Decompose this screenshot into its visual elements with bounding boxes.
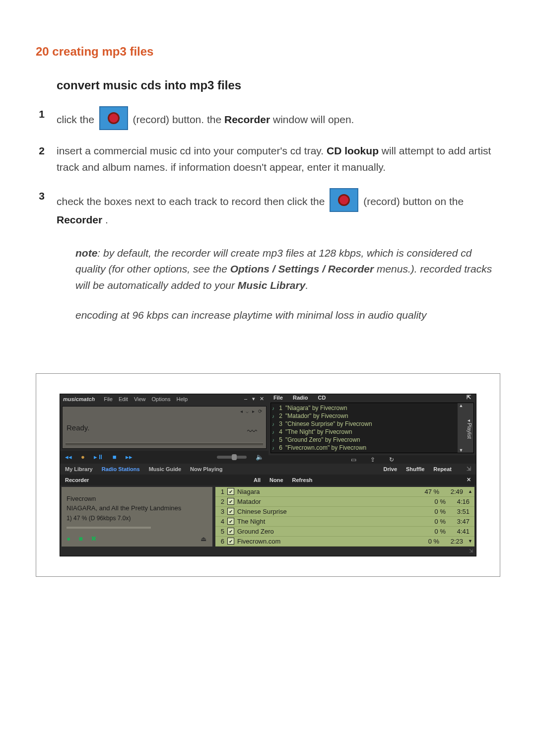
- track-pct: 0 %: [416, 508, 446, 515]
- recorder-track-row[interactable]: 1✔Niagara47 %2:49▲: [215, 487, 474, 497]
- expand-icon[interactable]: ⇱: [467, 394, 471, 401]
- select-all-button[interactable]: All: [254, 477, 261, 483]
- menu-view[interactable]: View: [134, 396, 146, 402]
- play-pause-icon[interactable]: ▸⏸: [94, 453, 104, 461]
- tab-now-playing[interactable]: Now Playing: [190, 466, 222, 472]
- track-checkbox[interactable]: ✔: [227, 488, 234, 495]
- playlist-footer: ▭ ⇪ ↻: [268, 455, 476, 463]
- track-num: 4: [217, 518, 224, 525]
- volume-slider[interactable]: [217, 456, 247, 459]
- track-num: 3: [277, 420, 282, 427]
- pl-file[interactable]: File: [273, 395, 283, 401]
- track-icon: ♪: [272, 445, 274, 451]
- text: .: [105, 214, 108, 225]
- select-none-button[interactable]: None: [269, 477, 283, 483]
- track-pct: 0 %: [416, 498, 446, 505]
- display-mini-icons[interactable]: ◂ ⌵ ▸ ⟳: [240, 409, 263, 414]
- recorder-track-row[interactable]: 3✔Chinese Surprise0 %3:51: [215, 507, 474, 517]
- seek-bar[interactable]: [66, 442, 263, 445]
- scroll-up-icon[interactable]: ▲: [459, 403, 464, 408]
- track-icon: ♪: [272, 406, 274, 411]
- tab-radio[interactable]: Radio Stations: [102, 466, 140, 472]
- track-checkbox[interactable]: ✔: [227, 528, 234, 535]
- close-icon[interactable]: ✕: [258, 396, 266, 402]
- recorder-track-row[interactable]: 6✔Fivecrown.com0 %2:23▼: [215, 537, 474, 547]
- pl-radio[interactable]: Radio: [293, 395, 308, 401]
- minimize-icon[interactable]: –: [242, 396, 250, 402]
- eject-icon[interactable]: ⏏: [201, 535, 206, 543]
- playlist-scrollbar[interactable]: ▲▼: [458, 403, 465, 453]
- drive-button[interactable]: Drive: [384, 466, 398, 472]
- track-checkbox[interactable]: ✔: [227, 508, 234, 515]
- track-name: Fivecrown.com: [237, 538, 409, 545]
- rec-stop-icon[interactable]: ■: [78, 535, 82, 543]
- track-title: "Chinese Surprise" by Fivecrown: [285, 420, 372, 427]
- note-lead: note: [75, 247, 97, 259]
- recorder-footer: ⇲: [60, 548, 476, 556]
- playlist-row[interactable]: ♪5 "Ground Zero" by Fivecrown: [272, 436, 456, 444]
- text: (record) button. the: [133, 114, 224, 125]
- playlist-row[interactable]: ♪6 "Fivecrown.com" by Fivecrown: [272, 444, 456, 452]
- recorder-track-row[interactable]: 2✔Matador0 %4:16: [215, 497, 474, 507]
- track-num: 3: [217, 508, 224, 515]
- track-checkbox[interactable]: ✔: [227, 538, 234, 545]
- svg-point-7: [339, 196, 348, 205]
- scroll-up-icon[interactable]: ▲: [468, 489, 472, 494]
- rec-cancel-icon[interactable]: ✖: [91, 535, 97, 543]
- refresh-icon[interactable]: ↻: [389, 456, 394, 463]
- save-icon[interactable]: ▭: [351, 456, 356, 463]
- shuffle-button[interactable]: Shuffle: [406, 466, 424, 472]
- track-pct: 0 %: [416, 528, 446, 535]
- track-checkbox[interactable]: ✔: [227, 518, 234, 525]
- playlist-row[interactable]: ♪4 "The Night" by Fivecrown: [272, 428, 456, 436]
- record-icon[interactable]: ●: [81, 453, 85, 461]
- recorder-track-row[interactable]: 5✔Ground Zero0 %4:41: [215, 527, 474, 537]
- stop-icon[interactable]: ■: [113, 453, 117, 461]
- playlist-row[interactable]: ♪3 "Chinese Surprise" by Fivecrown: [272, 420, 456, 428]
- track-dur: 2:23: [439, 538, 466, 545]
- recorder-tracklist: 1✔Niagara47 %2:49▲ 2✔Matador0 %4:16 3✔Ch…: [214, 485, 476, 548]
- recorder-close-icon[interactable]: ✕: [467, 477, 471, 483]
- menu-options[interactable]: Options: [152, 396, 171, 402]
- menu-help[interactable]: Help: [176, 396, 188, 402]
- step-body: insert a commercial music cd into your c…: [57, 143, 500, 175]
- recorder-track-row[interactable]: 4✔The Night0 %3:47: [215, 517, 474, 527]
- note-p2: encoding at 96 kbps can increase playtim…: [75, 307, 500, 324]
- track-name: Chinese Surprise: [237, 508, 416, 515]
- track-checkbox[interactable]: ✔: [227, 498, 234, 505]
- text: (record) button on the: [363, 196, 464, 207]
- playlist-row[interactable]: ♪1 "Niagara" by Fivecrown: [272, 404, 456, 412]
- progress-bar: [67, 527, 151, 529]
- next-icon[interactable]: ▸▸: [126, 453, 133, 461]
- scroll-down-icon[interactable]: ▼: [459, 448, 464, 453]
- speaker-icon[interactable]: 🔈: [256, 453, 264, 461]
- scroll-down-icon[interactable]: ▼: [468, 539, 472, 544]
- collapse-icon[interactable]: ◂: [467, 417, 472, 423]
- record-icon: [330, 188, 358, 212]
- resize-icon[interactable]: ⇲: [469, 548, 473, 553]
- recorder-header: Recorder All None Refresh ✕: [60, 475, 476, 485]
- track-dur: 4:41: [446, 528, 472, 535]
- refresh-button[interactable]: Refresh: [292, 477, 313, 483]
- playlist-list: ♪1 "Niagara" by Fivecrown ♪2 "Matador" b…: [271, 403, 458, 453]
- step-num: 3: [36, 188, 45, 228]
- track-title: "Fivecrown.com" by Fivecrown: [285, 444, 366, 451]
- playlist-body: ♪1 "Niagara" by Fivecrown ♪2 "Matador" b…: [270, 403, 474, 453]
- playlist-row[interactable]: ♪2 "Matador" by Fivecrown: [272, 412, 456, 420]
- track-icon: ♪: [272, 437, 274, 443]
- prev-icon[interactable]: ◂◂: [65, 453, 72, 461]
- bold: Music Library: [238, 279, 306, 291]
- tab-library[interactable]: My Library: [65, 466, 93, 472]
- resize-icon[interactable]: ⇲: [467, 466, 471, 472]
- playlist-side-tab[interactable]: ◂Playlist: [465, 403, 473, 453]
- track-num: 5: [217, 528, 224, 535]
- tab-guide[interactable]: Music Guide: [149, 466, 181, 472]
- menu-edit[interactable]: Edit: [119, 396, 128, 402]
- repeat-button[interactable]: Repeat: [433, 466, 452, 472]
- rec-record-icon[interactable]: ●: [67, 535, 70, 543]
- menu-file[interactable]: File: [104, 396, 113, 402]
- open-icon[interactable]: ⇪: [370, 456, 375, 463]
- track-pct: 0 %: [409, 538, 439, 545]
- pl-cd[interactable]: CD: [318, 395, 326, 401]
- shade-icon[interactable]: ▾: [250, 396, 258, 402]
